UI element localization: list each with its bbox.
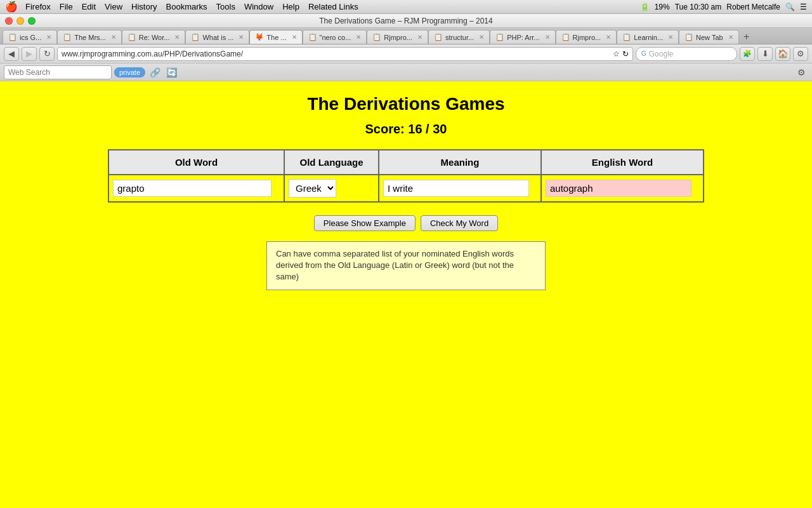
address-bar[interactable]: www.rjmprogramming.com.au/PHP/Derivation… [57, 47, 633, 61]
old-word-input[interactable] [113, 180, 272, 197]
address-text: www.rjmprogramming.com.au/PHP/Derivation… [62, 50, 613, 58]
tab-6[interactable]: 📋Rjmpro...✕ [367, 30, 428, 44]
private-badge[interactable]: private [114, 67, 145, 77]
wifi-icon: 🔋 [640, 3, 650, 11]
window-title: The Derivations Game – RJM Programming –… [319, 17, 492, 25]
col-header-old-word: Old Word [108, 150, 284, 175]
tab-favicon-8: 📋 [495, 33, 504, 41]
menu-icon[interactable]: ☰ [800, 3, 807, 11]
link-icon[interactable]: 🔗 [148, 65, 162, 79]
bookmark-icon[interactable]: ☆ [613, 50, 620, 58]
tab-7[interactable]: 📋structur...✕ [428, 30, 490, 44]
tab-11[interactable]: 📋New Tab✕ [679, 30, 739, 44]
search-icon[interactable]: 🔍 [785, 3, 795, 11]
old-language-cell: Greek Latin [284, 175, 379, 202]
menu-window[interactable]: Window [244, 2, 273, 11]
second-toolbar: private 🔗 🔄 ⚙ [0, 64, 812, 81]
web-search-input[interactable] [4, 65, 112, 79]
menubar-right: 🔋 19% Tue 10:30 am Robert Metcalfe 🔍 ☰ [640, 3, 807, 11]
refresh-button[interactable]: ↻ [39, 47, 55, 61]
search-engine-icon: G [641, 50, 646, 57]
tab-favicon-6: 📋 [372, 33, 381, 41]
col-header-english-word: English Word [541, 150, 704, 175]
tab-close-2[interactable]: ✕ [174, 34, 180, 41]
address-icons: ☆ ↻ [613, 50, 629, 58]
tab-favicon-0: 📋 [8, 33, 17, 41]
tab-9[interactable]: 📋Rjmpro...✕ [556, 30, 617, 44]
tab-favicon-3: 📋 [191, 33, 200, 41]
tab-1[interactable]: 📋The Mrs...✕ [57, 30, 122, 44]
reload-icon[interactable]: ↻ [622, 50, 629, 58]
new-tab-button[interactable]: + [739, 30, 754, 44]
menu-help[interactable]: Help [282, 2, 299, 11]
old-language-select[interactable]: Greek Latin [289, 179, 336, 197]
tab-close-10[interactable]: ✕ [668, 34, 673, 41]
apple-menu[interactable]: 🍎 [5, 1, 18, 13]
search-placeholder: Google [649, 50, 674, 58]
menu-history[interactable]: History [131, 2, 157, 11]
window-controls [5, 17, 36, 25]
extensions-btn[interactable]: 🧩 [740, 47, 755, 61]
tab-close-3[interactable]: ✕ [239, 34, 244, 41]
tab-close-5[interactable]: ✕ [356, 34, 361, 41]
gear-icon[interactable]: ⚙ [794, 65, 808, 79]
tab-favicon-5: 📋 [308, 33, 317, 41]
show-example-button[interactable]: Please Show Example [314, 215, 416, 231]
menubar: 🍎 Firefox File Edit View History Bookmar… [0, 0, 812, 14]
battery-text: 19% [655, 3, 670, 11]
tab-favicon-7: 📋 [434, 33, 443, 41]
tab-close-6[interactable]: ✕ [417, 34, 422, 41]
refresh-icon[interactable]: 🔄 [164, 65, 178, 79]
menu-related-links[interactable]: Related Links [308, 2, 358, 11]
tab-favicon-10: 📋 [622, 33, 631, 41]
hint-box: Can have comma separated list of your no… [266, 241, 546, 290]
search-bar[interactable]: G Google [636, 47, 737, 61]
tab-3[interactable]: 📋What is ...✕ [185, 30, 249, 44]
username: Robert Metcalfe [726, 3, 780, 11]
clock: Tue 10:30 am [675, 3, 722, 11]
tab-5[interactable]: 📋"nero co...✕ [303, 30, 367, 44]
menu-file[interactable]: File [60, 2, 73, 11]
title-bar: The Derivations Game – RJM Programming –… [0, 14, 812, 28]
tab-2[interactable]: 📋Re: Wor...✕ [122, 30, 186, 44]
close-button[interactable] [5, 17, 13, 25]
meaning-input[interactable] [383, 180, 529, 197]
tab-favicon-4: 🦊 [255, 33, 264, 41]
download-btn[interactable]: ⬇ [757, 47, 773, 61]
tab-favicon-11: 📋 [684, 33, 693, 41]
back-button[interactable]: ◀ [4, 47, 19, 61]
menu-firefox[interactable]: Firefox [25, 2, 51, 11]
tab-close-11[interactable]: ✕ [728, 34, 733, 41]
browser-window: The Derivations Game – RJM Programming –… [0, 14, 812, 508]
tab-8[interactable]: 📋PHP: Arr...✕ [490, 30, 555, 44]
tab-close-1[interactable]: ✕ [111, 34, 116, 41]
old-word-cell [108, 175, 284, 202]
tab-close-7[interactable]: ✕ [479, 34, 484, 41]
check-word-button[interactable]: Check My Word [421, 215, 498, 231]
nav-bar: ◀ ▶ ↻ www.rjmprogramming.com.au/PHP/Deri… [0, 44, 812, 64]
page-title: The Derivations Games [307, 94, 504, 114]
game-table: Old Word Old Language Meaning English Wo… [108, 149, 704, 203]
menu-view[interactable]: View [105, 2, 122, 11]
english-word-input[interactable] [546, 180, 691, 197]
tab-favicon-1: 📋 [63, 33, 72, 41]
tab-close-0[interactable]: ✕ [46, 34, 51, 41]
english-word-cell [541, 175, 704, 202]
minimize-button[interactable] [16, 17, 24, 25]
tab-0[interactable]: 📋ics G...✕ [3, 30, 57, 44]
tab-4[interactable]: 🦊The ...✕ [249, 30, 302, 44]
col-header-meaning: Meaning [379, 150, 541, 175]
maximize-button[interactable] [28, 17, 36, 25]
tab-close-4[interactable]: ✕ [292, 34, 297, 41]
tab-10[interactable]: 📋Learnin...✕ [617, 30, 679, 44]
home-btn[interactable]: 🏠 [775, 47, 790, 61]
menu-bookmarks[interactable]: Bookmarks [166, 2, 207, 11]
tab-close-9[interactable]: ✕ [606, 34, 611, 41]
forward-button[interactable]: ▶ [22, 47, 37, 61]
menu-edit[interactable]: Edit [82, 2, 96, 11]
score-text: Score: 16 / 30 [365, 122, 447, 137]
settings-btn[interactable]: ⚙ [793, 47, 808, 61]
menu-tools[interactable]: Tools [216, 2, 235, 11]
tab-close-8[interactable]: ✕ [545, 34, 550, 41]
tab-favicon-9: 📋 [561, 33, 570, 41]
